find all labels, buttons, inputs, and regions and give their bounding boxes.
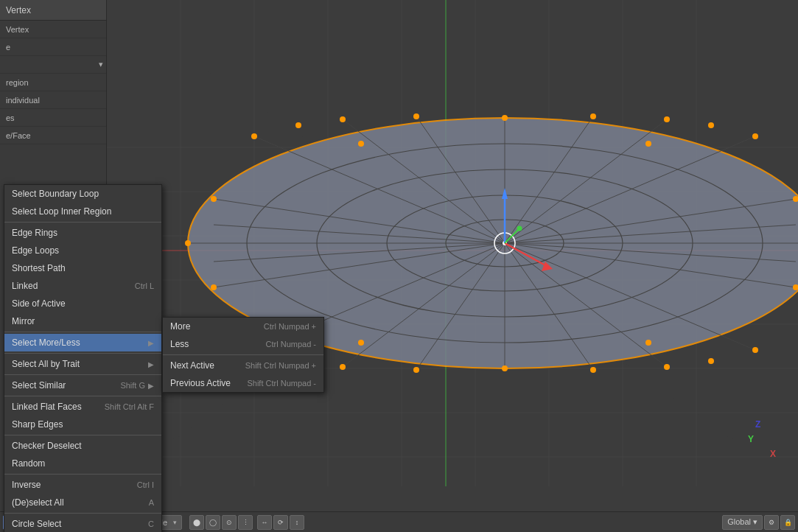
inverse-shortcut: Ctrl I bbox=[137, 480, 154, 489]
menu-item-circle-select[interactable]: Circle Select C bbox=[4, 515, 161, 532]
svg-point-42 bbox=[752, 133, 758, 139]
lock-btn[interactable]: 🔒 bbox=[780, 515, 795, 530]
svg-point-52 bbox=[590, 367, 596, 373]
svg-point-62 bbox=[358, 340, 364, 346]
menu-item-sharp-edges[interactable]: Sharp Edges bbox=[4, 416, 161, 433]
next-active-shortcut: Shift Ctrl Numpad + bbox=[245, 361, 316, 370]
submenu-more-less: More Ctrl Numpad + Less Ctrl Numpad - Ne… bbox=[162, 317, 324, 393]
panel-row-individual: individual bbox=[0, 91, 106, 109]
select-similar-shortcut: Shift G bbox=[120, 381, 145, 390]
previous-active-shortcut: Shift Ctrl Numpad - bbox=[247, 379, 316, 388]
svg-point-37 bbox=[185, 240, 191, 246]
circle-select-label: Circle Select bbox=[12, 519, 142, 529]
deselect-all-label: (De)select All bbox=[12, 497, 143, 508]
submenu-separator-1 bbox=[163, 354, 323, 355]
side-of-active-label: Side of Active bbox=[12, 298, 154, 309]
separator-1 bbox=[4, 222, 161, 223]
separator-6 bbox=[4, 435, 161, 435]
svg-point-45 bbox=[340, 116, 346, 122]
viewport-btn-2[interactable]: ◯ bbox=[206, 515, 220, 530]
menu-item-select-boundary-loop[interactable]: Select Boundary Loop bbox=[4, 185, 161, 203]
less-label: Less bbox=[170, 339, 260, 349]
viewport-btn-1[interactable]: ⬤ bbox=[189, 515, 204, 530]
select-loop-inner-label: Select Loop Inner Region bbox=[12, 206, 154, 217]
svg-point-64 bbox=[358, 141, 364, 147]
menu-item-edge-loops[interactable]: Edge Loops bbox=[4, 242, 161, 259]
svg-point-63 bbox=[645, 141, 651, 147]
menu-item-shortest-path[interactable]: Shortest Path bbox=[4, 259, 161, 277]
submenu-item-next-active[interactable]: Next Active Shift Ctrl Numpad + bbox=[163, 357, 323, 374]
panel-row-e: e bbox=[0, 38, 106, 56]
submenu-item-previous-active[interactable]: Previous Active Shift Ctrl Numpad - bbox=[163, 374, 323, 392]
svg-point-57 bbox=[295, 122, 301, 128]
select-similar-label: Select Similar bbox=[12, 380, 114, 391]
dropdown-arrow: ▾ bbox=[99, 60, 103, 69]
settings-btn[interactable]: ⚙ bbox=[764, 515, 779, 530]
circle-select-shortcut: C bbox=[148, 519, 154, 528]
panel-row-region: region bbox=[0, 74, 106, 91]
viewport: X Y Z bbox=[107, 0, 798, 511]
separator-3 bbox=[4, 353, 161, 354]
linked-flat-faces-label: Linked Flat Faces bbox=[12, 402, 99, 412]
tool-btn-2[interactable]: ⟳ bbox=[273, 515, 288, 530]
select-similar-arrow: ▶ bbox=[148, 382, 154, 390]
edge-rings-label: Edge Rings bbox=[12, 228, 154, 238]
menu-item-select-more-less[interactable]: Select More/Less ▶ bbox=[4, 334, 161, 351]
select-all-by-trait-label: Select All by Trait bbox=[12, 359, 145, 369]
svg-text:Z: Z bbox=[755, 419, 760, 430]
svg-text:Y: Y bbox=[748, 434, 754, 444]
panel-row-es: es bbox=[0, 109, 106, 127]
more-shortcut: Ctrl Numpad + bbox=[264, 322, 316, 331]
submenu-item-less[interactable]: Less Ctrl Numpad - bbox=[163, 335, 323, 353]
menu-item-checker-deselect[interactable]: Checker Deselect bbox=[4, 437, 161, 455]
svg-point-44 bbox=[752, 347, 758, 353]
submenu-item-more[interactable]: More Ctrl Numpad + bbox=[163, 318, 323, 335]
menu-item-select-all-by-trait[interactable]: Select All by Trait ▶ bbox=[4, 355, 161, 373]
select-all-by-trait-arrow: ▶ bbox=[148, 360, 154, 368]
menu-item-mirror[interactable]: Mirror bbox=[4, 312, 161, 330]
linked-label: Linked bbox=[12, 281, 129, 291]
panel-header-label: Vertex bbox=[6, 5, 31, 15]
svg-point-39 bbox=[502, 115, 508, 121]
menu-item-linked-flat-faces[interactable]: Linked Flat Faces Shift Ctrl Alt F bbox=[4, 398, 161, 416]
select-more-less-arrow: ▶ bbox=[148, 339, 154, 347]
checker-deselect-label: Checker Deselect bbox=[12, 441, 154, 451]
viewport-btn-4[interactable]: ⋮ bbox=[238, 515, 253, 530]
less-shortcut: Ctrl Numpad - bbox=[266, 340, 316, 349]
panel-dropdown[interactable]: ▾ bbox=[0, 56, 106, 74]
menu-item-deselect-all[interactable]: (De)select All A bbox=[4, 494, 161, 511]
panel-row-vertex: Vertex bbox=[0, 21, 106, 38]
separator-8 bbox=[4, 513, 161, 514]
svg-point-49 bbox=[413, 113, 419, 119]
more-label: More bbox=[170, 321, 258, 332]
svg-point-41 bbox=[251, 133, 257, 139]
svg-point-61 bbox=[645, 340, 651, 346]
menu-item-inverse[interactable]: Inverse Ctrl I bbox=[4, 476, 161, 494]
next-active-label: Next Active bbox=[170, 360, 239, 371]
shortest-path-label: Shortest Path bbox=[12, 263, 154, 273]
panel-es-label: es bbox=[6, 113, 15, 122]
separator-2 bbox=[4, 332, 161, 332]
menu-item-linked[interactable]: Linked Ctrl L bbox=[4, 277, 161, 295]
svg-point-51 bbox=[413, 367, 419, 373]
menu-item-select-similar[interactable]: Select Similar Shift G ▶ bbox=[4, 377, 161, 394]
menu-item-side-of-active[interactable]: Side of Active bbox=[4, 295, 161, 312]
svg-point-55 bbox=[211, 284, 217, 290]
svg-point-47 bbox=[340, 364, 346, 370]
svg-point-58 bbox=[708, 122, 714, 128]
linked-shortcut: Ctrl L bbox=[135, 281, 154, 290]
tool-btn-3[interactable]: ↕ bbox=[290, 515, 304, 530]
separator-5 bbox=[4, 396, 161, 396]
panel-eface-label: e/Face bbox=[6, 131, 31, 140]
viewport-btn-3[interactable]: ⊙ bbox=[222, 515, 237, 530]
panel-e-label: e bbox=[6, 43, 10, 52]
tool-btn-1[interactable]: ↔ bbox=[257, 515, 272, 530]
svg-point-46 bbox=[664, 116, 670, 122]
menu-item-edge-rings[interactable]: Edge Rings bbox=[4, 224, 161, 242]
svg-point-48 bbox=[664, 364, 670, 370]
menu-item-random[interactable]: Random bbox=[4, 455, 161, 472]
main-context-menu: Select Boundary Loop Select Loop Inner R… bbox=[4, 184, 162, 532]
menu-item-select-loop-inner[interactable]: Select Loop Inner Region bbox=[4, 203, 161, 220]
global-dropdown[interactable]: Global ▾ bbox=[722, 515, 763, 530]
svg-point-72 bbox=[517, 226, 522, 231]
